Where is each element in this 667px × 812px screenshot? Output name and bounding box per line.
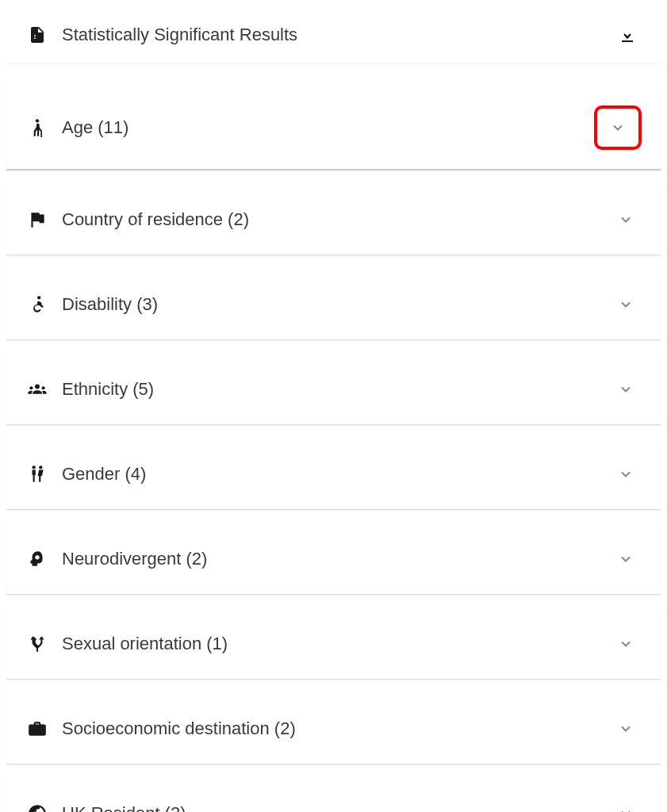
svg-point-2: [35, 385, 40, 389]
gender-icon: [25, 462, 49, 486]
category-item-ethnicity[interactable]: Ethnicity (5): [6, 354, 661, 425]
panel-header: Statistically Significant Results: [6, 6, 661, 64]
expand-button[interactable]: [610, 458, 642, 490]
chevron-down-icon: [610, 120, 626, 136]
category-label: Socioeconomic destination (2): [62, 718, 610, 739]
chevron-down-icon: [618, 636, 634, 652]
category-item-gender[interactable]: Gender (4): [6, 439, 661, 510]
category-label: UK Resident (2): [62, 803, 610, 812]
category-label: Sexual orientation (1): [62, 634, 610, 654]
accessibility-icon: [25, 293, 49, 316]
flag-icon: [25, 208, 49, 232]
chevron-down-icon: [618, 381, 634, 397]
groups-icon: [25, 377, 49, 401]
category-item-uk-resident[interactable]: UK Resident (2): [6, 779, 661, 812]
category-item-socioeconomic[interactable]: Socioeconomic destination (2): [6, 694, 661, 764]
expand-button[interactable]: [610, 628, 642, 660]
svg-point-0: [36, 119, 39, 122]
chevron-down-icon: [618, 721, 634, 737]
category-label: Country of residence (2): [62, 209, 610, 230]
category-label: Ethnicity (5): [62, 379, 610, 400]
svg-point-7: [36, 557, 38, 558]
download-icon: [618, 25, 637, 44]
psychology-icon: [25, 547, 49, 571]
svg-point-5: [33, 465, 36, 469]
svg-point-3: [29, 386, 33, 389]
category-label: Gender (4): [62, 464, 610, 485]
category-label: Age (11): [62, 117, 594, 138]
chevron-down-icon: [618, 551, 634, 567]
elderly-icon: [25, 116, 49, 140]
download-button[interactable]: [613, 21, 642, 49]
category-label: Disability (3): [62, 294, 610, 315]
category-label: Neurodivergent (2): [62, 549, 610, 569]
expand-button[interactable]: [610, 543, 642, 575]
results-panel: Statistically Significant Results Age (1…: [0, 0, 667, 812]
chevron-down-icon: [618, 212, 634, 228]
fork-icon: [25, 632, 49, 656]
chevron-down-icon: [618, 806, 634, 812]
panel-title: Statistically Significant Results: [62, 25, 613, 45]
category-item-country[interactable]: Country of residence (2): [6, 185, 661, 255]
expand-button[interactable]: [610, 713, 642, 745]
category-item-neurodivergent[interactable]: Neurodivergent (2): [6, 524, 661, 595]
category-list: Age (11) Country of residence (2): [6, 64, 661, 812]
svg-point-1: [37, 296, 40, 299]
category-item-disability[interactable]: Disability (3): [6, 270, 661, 340]
svg-point-6: [39, 465, 42, 469]
expand-button[interactable]: [610, 289, 642, 320]
expand-button[interactable]: [610, 204, 642, 236]
document-icon: [25, 23, 49, 47]
expand-button[interactable]: [610, 798, 642, 812]
svg-point-4: [41, 386, 44, 389]
expand-button[interactable]: [610, 373, 642, 405]
category-item-sexual-orientation[interactable]: Sexual orientation (1): [6, 609, 661, 680]
category-item-age[interactable]: Age (11): [6, 86, 661, 170]
expand-button[interactable]: [594, 105, 642, 150]
chevron-down-icon: [618, 297, 634, 312]
globe-icon: [25, 802, 49, 812]
chevron-down-icon: [618, 466, 634, 482]
briefcase-icon: [25, 717, 49, 741]
